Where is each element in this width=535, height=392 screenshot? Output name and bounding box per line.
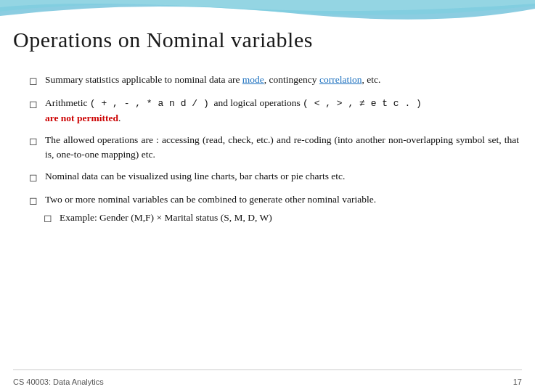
bullet-2-text: Arithmetic ( + , - , * a n d / ) and log…: [45, 96, 519, 126]
bullet-3-marker: ◻: [29, 133, 45, 149]
arithmetic-ops: ( + , - , * a n d / ): [90, 98, 209, 109]
bullet-2-marker: ◻: [29, 96, 45, 112]
sub-bullet-example: ◻ Example: Gender (M,F) × Marital status…: [44, 211, 519, 226]
bullet-2: ◻ Arithmetic ( + , - , * a n d / ) and l…: [29, 96, 519, 126]
top-decoration: [0, 0, 535, 28]
footer: CS 40003: Data Analytics 17: [13, 377, 522, 386]
bullet-1-marker: ◻: [29, 73, 45, 89]
bullet-5-marker: ◻: [29, 192, 45, 208]
page-title: Operations on Nominal variables: [13, 28, 522, 52]
bullet-5: ◻ Two or more nominal variables can be c…: [29, 192, 519, 208]
not-permitted-text: are not permitted: [45, 113, 118, 123]
correlation-link: correlation: [319, 74, 362, 85]
sub-bullet-text: Example: Gender (M,F) × Marital status (…: [60, 211, 519, 225]
bullet-5-text: Two or more nominal variables can be com…: [45, 192, 519, 207]
bullet-3: ◻ The allowed operations are : accessing…: [29, 133, 519, 163]
mode-link: mode: [242, 74, 264, 85]
bullet-3-text: The allowed operations are : accessing (…: [45, 133, 519, 163]
bullet-4: ◻ Nominal data can be visualized using l…: [29, 169, 519, 185]
sub-bullet-marker: ◻: [44, 211, 60, 226]
bullet-1-text: Summary statistics applicable to nominal…: [45, 73, 519, 87]
footer-right: 17: [513, 377, 522, 386]
bullet-4-text: Nominal data can be visualized using lin…: [45, 169, 519, 184]
footer-left: CS 40003: Data Analytics: [13, 377, 104, 386]
logical-ops: ( < , > , ≠ e t c . ): [303, 98, 422, 109]
footer-divider: [13, 369, 522, 370]
bullet-4-marker: ◻: [29, 169, 45, 185]
content-area: ◻ Summary statistics applicable to nomin…: [29, 73, 519, 362]
bullet-1: ◻ Summary statistics applicable to nomin…: [29, 73, 519, 89]
